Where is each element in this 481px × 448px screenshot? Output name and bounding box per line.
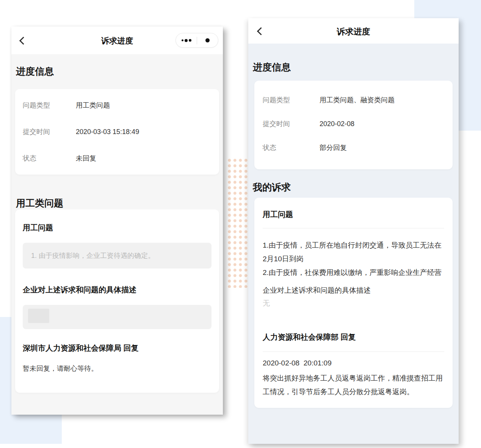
more-dots-icon xyxy=(185,39,188,42)
target-icon xyxy=(205,38,210,42)
issue-title: 用工问题 xyxy=(23,222,212,233)
left-navbar: 诉求进度 xyxy=(11,27,223,54)
info-row: 问题类型 用工类问题 xyxy=(23,100,212,110)
divider xyxy=(263,228,444,228)
wechat-capsule xyxy=(175,33,218,48)
row-value: 2020-03-03 15:18:49 xyxy=(76,127,139,137)
info-row: 提交时间 2020-03-03 15:18:49 xyxy=(23,127,212,137)
reply-heading: 人力资源和社会保障部 回复 xyxy=(263,332,444,342)
divider xyxy=(263,351,444,352)
appeal-detail-card: 用工问题 1.由于疫情，员工所在地自行封闭交通，导致员工无法在2月10日到岗 2… xyxy=(254,198,453,408)
redacted-content xyxy=(28,309,49,323)
row-value: 未回复 xyxy=(76,153,96,163)
section-heading-issue-type: 用工类问题 xyxy=(16,197,218,209)
progress-info-card: 问题类型 用工类问题、融资类问题 提交时间 2020-02-08 状态 部分回复 xyxy=(254,81,453,169)
page: 诉求进度 进度信息 问题类型 用工类问题 提交时间 2 xyxy=(0,0,481,448)
reply-timestamp: 2020-02-08 20:01:09 xyxy=(263,358,444,368)
section-heading-progress: 进度信息 xyxy=(253,44,454,73)
issue-title: 用工问题 xyxy=(263,209,444,220)
row-label: 提交时间 xyxy=(263,119,320,129)
row-value: 用工类问题、融资类问题 xyxy=(320,95,395,105)
right-navbar: 诉求进度 xyxy=(248,18,459,44)
more-menu-button[interactable] xyxy=(176,33,197,47)
row-value: 部分回复 xyxy=(320,143,347,153)
page-title: 诉求进度 xyxy=(248,26,459,37)
reply-text: 将突出抓好异地务工人员返粤返岗工作，精准摸查招工用工情况，引导节后务工人员分散分… xyxy=(263,372,444,399)
screenshot-right: 诉求进度 进度信息 问题类型 用工类问题、融资类问题 提交时间 2020-02-… xyxy=(248,18,459,444)
info-row: 问题类型 用工类问题、融资类问题 xyxy=(263,95,444,105)
info-row: 状态 未回复 xyxy=(23,153,212,163)
row-value: 2020-02-08 xyxy=(320,119,354,129)
issue-input[interactable]: 1. 由于疫情影响，企业工资待遇的确定。 xyxy=(23,243,212,268)
issue-input-placeholder: 1. 由于疫情影响，企业工资待遇的确定。 xyxy=(23,243,212,268)
progress-info-card: 问题类型 用工类问题 提交时间 2020-03-03 15:18:49 状态 未… xyxy=(15,89,219,175)
info-row: 提交时间 2020-02-08 xyxy=(263,119,444,129)
right-body: 进度信息 问题类型 用工类问题、融资类问题 提交时间 2020-02-08 状态… xyxy=(248,44,459,444)
appeal-line: 2.由于疫情，社保费用难以缴纳，严重影响企业生产经营 xyxy=(263,266,444,279)
left-body: 进度信息 问题类型 用工类问题 提交时间 2020-03-03 15:18:49… xyxy=(11,54,223,415)
more-dots-icon xyxy=(182,39,183,41)
row-label: 状态 xyxy=(23,153,76,163)
row-label: 问题类型 xyxy=(23,100,76,110)
section-heading-my-appeal: 我的诉求 xyxy=(253,181,454,194)
row-label: 提交时间 xyxy=(23,127,76,137)
row-value: 用工类问题 xyxy=(76,100,110,110)
issue-detail-card: 用工问题 1. 由于疫情影响，企业工资待遇的确定。 企业对上述诉求和问题的具体描… xyxy=(15,209,219,393)
description-heading: 企业对上述诉求和问题的具体描述 xyxy=(23,284,212,295)
row-label: 问题类型 xyxy=(263,95,320,105)
screenshot-left: 诉求进度 进度信息 问题类型 用工类问题 提交时间 2 xyxy=(11,27,223,415)
exit-miniprogram-button[interactable] xyxy=(197,33,218,47)
reply-text: 暂未回复，请耐心等待。 xyxy=(23,363,212,374)
more-dots-icon xyxy=(189,39,191,42)
description-value: 无 xyxy=(263,298,444,309)
appeal-line: 1.由于疫情，员工所在地自行封闭交通，导致员工无法在2月10日到岗 xyxy=(263,239,444,266)
description-box[interactable] xyxy=(23,305,212,329)
section-heading-progress: 进度信息 xyxy=(16,54,218,78)
reply-heading: 深圳市人力资源和社会保障局 回复 xyxy=(23,343,212,353)
description-heading: 企业对上述诉求和问题的具体描述 xyxy=(263,285,444,296)
row-label: 状态 xyxy=(263,143,320,153)
info-row: 状态 部分回复 xyxy=(263,143,444,153)
